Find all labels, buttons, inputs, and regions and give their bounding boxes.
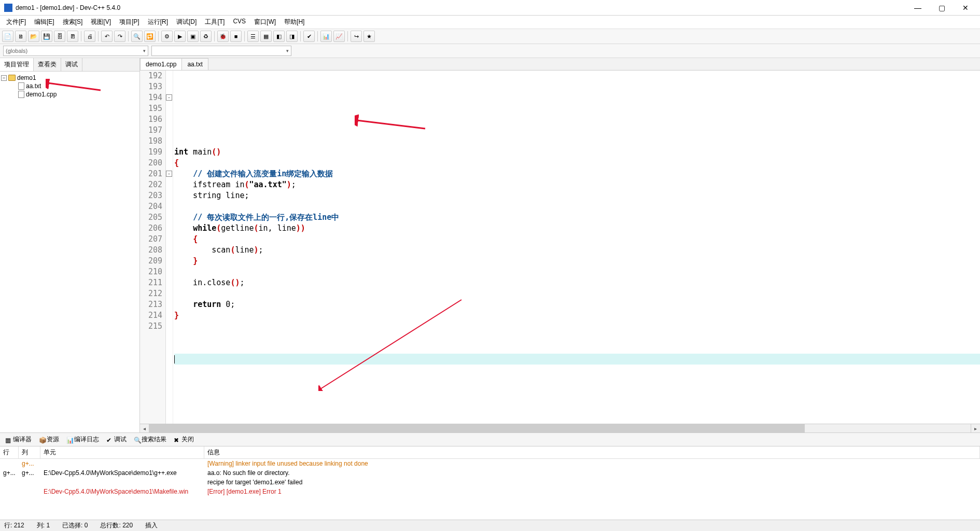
minus-icon[interactable]: − bbox=[1, 75, 7, 81]
bottom-tab[interactable]: ✖关闭 bbox=[171, 434, 197, 445]
misc1-button[interactable]: ◧ bbox=[273, 31, 285, 42]
code-line[interactable]: } bbox=[174, 256, 980, 267]
compiler-row[interactable]: recipe for target 'demo1.exe' failed bbox=[0, 478, 980, 487]
code-line[interactable] bbox=[174, 375, 980, 386]
code-line[interactable]: in.close(); bbox=[174, 277, 980, 288]
left-tab[interactable]: 查看类 bbox=[34, 58, 61, 71]
run-button[interactable]: ▶ bbox=[174, 31, 186, 42]
left-tab[interactable]: 调试 bbox=[61, 58, 82, 71]
menu-item[interactable]: 帮助[H] bbox=[281, 17, 307, 27]
compile-button[interactable]: ⚙ bbox=[161, 31, 173, 42]
code-line[interactable] bbox=[174, 321, 980, 332]
chart-button[interactable]: 📊 bbox=[320, 31, 332, 42]
redo-button[interactable]: ↷ bbox=[114, 31, 125, 42]
tree-file-label: aa.txt bbox=[26, 82, 41, 90]
undo-button[interactable]: ↶ bbox=[101, 31, 113, 42]
grid-button[interactable]: ▦ bbox=[260, 31, 272, 42]
bookmark-button[interactable]: ★ bbox=[363, 31, 375, 42]
menu-item[interactable]: 项目[P] bbox=[116, 17, 143, 27]
menu-item[interactable]: 运行[R] bbox=[145, 17, 171, 27]
menu-item[interactable]: 窗口[W] bbox=[251, 17, 279, 27]
compiler-row[interactable]: E:\Dev-Cpp5.4.0\MyWorkSpace\demo1\Makefi… bbox=[0, 487, 980, 496]
scroll-left-arrow[interactable]: ◂ bbox=[140, 424, 149, 432]
col-col-header[interactable]: 列 bbox=[19, 446, 40, 458]
goto-button[interactable]: ↪ bbox=[351, 31, 362, 42]
member-combo[interactable]: ▾ bbox=[151, 46, 291, 56]
col-line-header[interactable]: 行 bbox=[0, 446, 19, 458]
menu-item[interactable]: CVS bbox=[230, 17, 249, 27]
code-line[interactable] bbox=[174, 343, 980, 354]
debug-button[interactable]: 🐞 bbox=[217, 31, 229, 42]
menu-item[interactable]: 搜索[S] bbox=[60, 17, 86, 27]
bottom-tab[interactable]: ▦编译器 bbox=[2, 434, 35, 445]
save-all-button[interactable]: 🗄 bbox=[54, 31, 65, 42]
bottom-tab[interactable]: ✔调试 bbox=[103, 434, 130, 445]
col-unit-header[interactable]: 单元 bbox=[40, 446, 204, 458]
bottom-tab[interactable]: 🔍搜索结果 bbox=[131, 434, 170, 445]
bottom-tab-label: 编译器 bbox=[13, 435, 32, 444]
code-line[interactable] bbox=[174, 136, 980, 147]
code-line[interactable] bbox=[174, 354, 980, 365]
project-opts-button[interactable]: ☰ bbox=[247, 31, 259, 42]
horizontal-scrollbar[interactable]: ◂ ▸ bbox=[140, 424, 980, 432]
misc2-button[interactable]: ◨ bbox=[286, 31, 298, 42]
code-line[interactable] bbox=[174, 332, 980, 343]
close-button[interactable]: ✕ bbox=[958, 3, 973, 13]
editor-tab[interactable]: demo1.cpp bbox=[140, 58, 182, 70]
print-button[interactable]: 🖨 bbox=[84, 31, 95, 42]
tree-project-node[interactable]: − demo1 bbox=[1, 74, 138, 82]
code-line[interactable] bbox=[174, 386, 980, 397]
new-file-button[interactable]: 📄 bbox=[2, 31, 13, 42]
editor-tabs: demo1.cppaa.txt bbox=[140, 58, 980, 71]
code-line[interactable]: int main() bbox=[174, 147, 980, 158]
code-line[interactable]: } bbox=[174, 310, 980, 321]
save-button[interactable]: 💾 bbox=[41, 31, 52, 42]
compiler-row[interactable]: g+...g+...E:\Dev-Cpp5.4.0\MyWorkSpace\de… bbox=[0, 468, 980, 478]
col-msg-header[interactable]: 信息 bbox=[204, 446, 980, 458]
new-project-button[interactable]: 🗎 bbox=[15, 31, 26, 42]
tree-file-node[interactable]: demo1.cpp bbox=[1, 90, 138, 99]
stats-button[interactable]: 📈 bbox=[333, 31, 345, 42]
bottom-tab[interactable]: 📊编译日志 bbox=[63, 434, 102, 445]
rebuild-button[interactable]: ♻ bbox=[200, 31, 212, 42]
code-line[interactable]: // 每次读取文件上的一行,保存在line中 bbox=[174, 212, 980, 223]
stop-button[interactable]: ■ bbox=[230, 31, 242, 42]
code-line[interactable]: { bbox=[174, 158, 980, 169]
scroll-thumb[interactable] bbox=[149, 424, 805, 432]
code-line[interactable] bbox=[174, 201, 980, 212]
replace-button[interactable]: 🔁 bbox=[144, 31, 156, 42]
code-line[interactable]: while(getline(in, line)) bbox=[174, 223, 980, 234]
left-tab[interactable]: 项目管理 bbox=[0, 58, 34, 71]
code-line[interactable]: // 创建文件输入流变量in绑定输入数据 bbox=[174, 169, 980, 179]
compile-run-button[interactable]: ▣ bbox=[187, 31, 199, 42]
menu-item[interactable]: 编辑[E] bbox=[31, 17, 58, 27]
maximize-button[interactable]: ▢ bbox=[934, 3, 949, 13]
code-area[interactable]: int main(){ // 创建文件输入流变量in绑定输入数据 ifstrea… bbox=[173, 71, 980, 424]
editor-tab[interactable]: aa.txt bbox=[181, 58, 208, 70]
code-line[interactable] bbox=[174, 288, 980, 299]
code-line[interactable] bbox=[174, 365, 980, 375]
code-line[interactable]: scan(line); bbox=[174, 245, 980, 256]
code-editor[interactable]: 1921931941951961971981992002012022032042… bbox=[140, 71, 980, 424]
code-line[interactable] bbox=[174, 267, 980, 277]
fold-toggle[interactable]: - bbox=[166, 171, 172, 177]
compiler-row[interactable]: g+...[Warning] linker input file unused … bbox=[0, 459, 980, 468]
minimize-button[interactable]: — bbox=[911, 3, 925, 13]
menu-item[interactable]: 工具[T] bbox=[202, 17, 228, 27]
close-file-button[interactable]: 🖹 bbox=[67, 31, 78, 42]
code-line[interactable]: string line; bbox=[174, 190, 980, 201]
code-line[interactable]: ifstream in("aa.txt"); bbox=[174, 179, 980, 190]
find-button[interactable]: 🔍 bbox=[131, 31, 143, 42]
menu-item[interactable]: 视图[V] bbox=[88, 17, 114, 27]
scope-combo[interactable]: (globals) ▾ bbox=[3, 46, 148, 56]
tree-file-node[interactable]: aa.txt bbox=[1, 82, 138, 90]
scroll-right-arrow[interactable]: ▸ bbox=[971, 424, 980, 432]
menu-item[interactable]: 调试[D] bbox=[173, 17, 200, 27]
menu-item[interactable]: 文件[F] bbox=[3, 17, 29, 27]
fold-toggle[interactable]: - bbox=[166, 94, 172, 101]
code-line[interactable]: return 0; bbox=[174, 299, 980, 310]
open-button[interactable]: 📂 bbox=[28, 31, 39, 42]
check-button[interactable]: ✔ bbox=[303, 31, 315, 42]
bottom-tab[interactable]: 📦资源 bbox=[36, 434, 62, 445]
code-line[interactable]: { bbox=[174, 234, 980, 245]
